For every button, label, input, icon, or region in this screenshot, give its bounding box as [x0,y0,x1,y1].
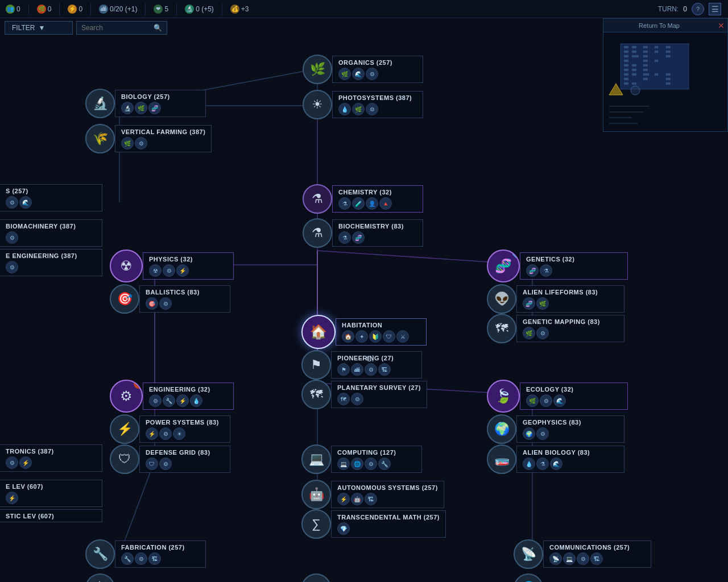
tech-habitation[interactable]: 🏠 HABITATION 🏠 ✦ 🔰 🛡 ⚔ [301,315,427,349]
engineering-badge: ▲ [134,380,143,389]
autonomous-systems-icon: 🤖 [301,480,331,509]
svg-rect-32 [624,82,628,85]
left-node-tronics[interactable]: TRONICS (387) ⚙ ⚡ [0,444,102,472]
genetics-icon: 🧬 ◆ [487,250,520,282]
left-node-elev[interactable]: E LEV (607) ⚡ [0,480,102,507]
tech-pioneering[interactable]: ⚑ PIONEERING (27) ⚑ 🏙 ⚙ 🏗 [301,350,422,380]
return-to-map-button[interactable]: Return To Map [603,19,715,32]
resource-food: 🌿 0 [31,5,57,14]
organics-icon: 🌿 [303,55,332,84]
tech-autonomous-systems[interactable]: 🤖 AUTONOMOUS SYSTEMS (257) ⚡ 🤖 🏗 [301,480,444,509]
vertical-farming-label: VERTICAL FARMING (387) 🌿 ⚙ [115,125,212,152]
geophysics-title: GEOPHYSICS (83) [523,419,618,426]
filter-bar: FILTER ▼ 🔍 [0,18,172,38]
sub-icon: ⚡ [6,492,18,504]
geophysics-icon: 🌍 [487,414,516,444]
help-button[interactable]: ? [692,3,704,15]
left-node-eengineering-title: E ENGINEERING (387) [6,252,96,259]
search-box[interactable]: 🔍 [76,21,167,35]
svg-rect-1 [624,46,628,48]
left-node-s257[interactable]: S (257) ⚙ 🌊 [0,184,102,211]
svg-rect-15 [624,60,628,62]
physics-title: PHYSICS (32) [149,256,228,263]
autonomous-systems-title: AUTONOMOUS SYSTEMS (257) [337,484,438,491]
left-node-eengineering-icons: ⚙ [6,261,96,273]
tech-transcendental-math[interactable]: ∑ TRANSCENDENTAL MATH (257) 💎 [301,509,446,539]
left-node-tronics-icons: ⚙ ⚡ [6,456,96,469]
tech-biochemistry[interactable]: ⚗ BIOCHEMISTRY (83) ⚗ 🧬 [303,218,423,248]
filter-button[interactable]: FILTER ▼ [5,21,73,35]
tech-genetics[interactable]: 🧬 ◆ GENETICS (32) 🧬 ⚗ [487,250,628,282]
top-bar: 👥 0 🌿 0 ⚡ 0 🏙 0/20 (+1) ❤ 5 🔬 0 (+5) 💰 +… [0,0,728,18]
prod-icon: ⚡ [68,5,77,14]
artificial-intelligence-icon: 🧠 [301,573,331,582]
fabrication-icon: 🔧 [85,539,115,569]
ecology-title: ECOLOGY (32) [526,386,622,393]
svg-point-36 [631,86,640,95]
tech-genetic-mapping[interactable]: 🗺 GENETIC MAPPING (83) 🌿 ⚙ [487,314,624,343]
left-node-sticlev[interactable]: STIC LEV (607) [0,509,102,522]
genetic-mapping-label: GENETIC MAPPING (83) 🌿 ⚙ [516,315,624,342]
menu-button[interactable]: ☰ [709,3,721,15]
alien-biology-icon: 🧫 [487,444,516,474]
sub-icon: ⚙ [6,231,18,244]
minimap-close-button[interactable]: ✕ [715,19,727,32]
tech-civil-support[interactable]: 🏛 CIVIL SUPPORT (387) [85,573,206,582]
tech-vertical-farming[interactable]: 🌾 VERTICAL FARMING (387) 🌿 ⚙ [85,124,212,153]
tech-power-systems[interactable]: ⚡ POWER SYSTEMS (83) ⚡ ⚙ ☀ [110,414,230,444]
tech-orbital-networks[interactable]: 🌐 ORBITAL NETWORKS (387) [514,573,651,582]
svg-rect-24 [624,73,628,76]
tech-alien-lifeforms[interactable]: 👽 ALIEN LIFEFORMS (83) 🧬 🌿 [487,284,624,314]
left-node-eengineering[interactable]: E ENGINEERING (387) ⚙ [0,249,102,276]
filter-chevron-icon: ▼ [38,24,45,32]
search-input[interactable] [81,24,150,32]
svg-rect-28 [666,73,671,76]
pop-icon: 👥 [6,5,15,14]
fabrication-title: FABRICATION (257) [121,544,200,551]
biology-sub-icons: 🔬 🌿 🧬 [121,102,200,114]
tech-ballistics[interactable]: 🎯 BALLISTICS (83) 🎯 ⚙ [110,284,230,314]
left-node-biomachinery[interactable]: BIOMACHINERY (387) ⚙ [0,219,102,247]
autonomous-systems-label: AUTONOMOUS SYSTEMS (257) ⚡ 🤖 🏗 [331,481,444,508]
ecology-sub-icons: 🌿 ⚙ 🌊 [526,394,622,407]
svg-rect-16 [643,60,648,62]
svg-rect-20 [643,64,648,66]
vertical-farming-sub-icons: 🌿 ⚙ [121,137,205,149]
tech-biology[interactable]: 🔬 BIOLOGY (257) 🔬 🌿 🧬 [85,89,206,118]
tech-geophysics[interactable]: 🌍 GEOPHYSICS (83) 🌍 ⚙ [487,414,624,444]
planetary-survey-icon: 🗺 [301,380,331,409]
tech-planetary-survey[interactable]: 🗺 PLANETARY SURVEY (27) 🗺 ⚙ [301,380,427,409]
photosystems-label: PHOTOSYSTEMS (387) 💧 🌿 ⚙ [332,91,423,118]
tech-communications[interactable]: 📡 COMMUNICATIONS (257) 📡 💻 ⚙ 🏗 [514,539,651,569]
resource-credits: 💰 +3 [225,5,255,14]
transcendental-math-label: TRANSCENDENTAL MATH (257) 💎 [331,510,446,538]
organics-label: ORGANICS (257) 🌿 🌊 ⚙ [332,56,423,83]
tech-ecology[interactable]: 🍃 ◆ ECOLOGY (32) 🌿 ⚙ 🌊 [487,380,628,413]
tech-alien-biology[interactable]: 🧫 ALIEN BIOLOGY (83) 💧 ⚗ 🌊 [487,444,624,474]
credits-value: +3 [241,5,249,13]
svg-rect-12 [632,55,639,57]
svg-rect-27 [655,73,658,76]
tech-photosystems[interactable]: ☀ PHOTOSYSTEMS (387) 💧 🌿 ⚙ [303,90,423,119]
tech-defense-grid[interactable]: 🛡 DEFENSE GRID (83) 🛡 ⚙ [110,444,230,474]
power-systems-sub-icons: ⚡ ⚙ ☀ [146,427,224,440]
ballistics-title: BALLISTICS (83) [146,289,224,296]
power-systems-title: POWER SYSTEMS (83) [146,419,224,426]
tech-physics[interactable]: ☢ PHYSICS (32) ☢ ⚙ ⚡ [110,250,234,282]
svg-rect-25 [632,73,636,76]
tech-artificial-intelligence[interactable]: 🧠 ARTIFICIAL INTELLIGENCE (257) [301,573,450,582]
tech-computing[interactable]: 💻 COMPUTING (127) 💻 🌐 ⚙ 🔧 [301,444,422,474]
engineering-icon: ⚙ ▲ [110,380,143,413]
svg-rect-19 [632,64,636,66]
morale-icon: ❤ [154,5,163,14]
ballistics-label: BALLISTICS (83) 🎯 ⚙ [139,285,230,313]
svg-rect-29 [624,78,628,80]
minimap-content [603,32,727,131]
tech-organics[interactable]: 🌿 ORGANICS (257) 🌿 🌊 ⚙ [303,55,423,84]
tech-fabrication[interactable]: 🔧 FABRICATION (257) 🔧 ⚙ 🏗 [85,539,206,569]
svg-rect-30 [643,78,648,80]
tech-chemistry[interactable]: ⚗ CHEMISTRY (32) ⚗ 🧪 👤 🔺 [303,184,423,214]
svg-rect-11 [624,55,628,57]
alien-lifeforms-icon: 👽 [487,284,516,314]
tech-engineering[interactable]: ⚙ ▲ ENGINEERING (32) ⚙ 🔧 ⚡ 💧 [110,380,234,413]
